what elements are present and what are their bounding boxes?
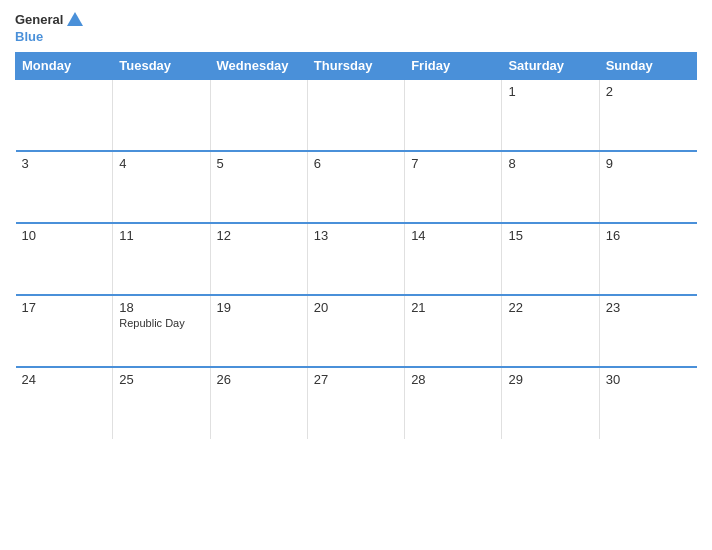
day-cell: 20: [307, 295, 404, 367]
day-cell: 26: [210, 367, 307, 439]
day-cell: 3: [16, 151, 113, 223]
day-number: 2: [606, 84, 691, 99]
calendar-wrapper: General Blue MondayTuesdayWednesdayThurs…: [0, 0, 712, 550]
day-number: 23: [606, 300, 691, 315]
day-number: 12: [217, 228, 301, 243]
day-cell: 24: [16, 367, 113, 439]
week-row-2: 3456789: [16, 151, 697, 223]
day-number: 13: [314, 228, 398, 243]
day-number: 28: [411, 372, 495, 387]
day-cell: 21: [405, 295, 502, 367]
day-cell: 15: [502, 223, 599, 295]
day-cell: 7: [405, 151, 502, 223]
day-number: 3: [22, 156, 107, 171]
day-number: 7: [411, 156, 495, 171]
day-cell: 13: [307, 223, 404, 295]
day-cell: 16: [599, 223, 696, 295]
day-number: 5: [217, 156, 301, 171]
day-number: 9: [606, 156, 691, 171]
week-row-5: 24252627282930: [16, 367, 697, 439]
day-cell: 17: [16, 295, 113, 367]
day-number: 19: [217, 300, 301, 315]
day-number: 11: [119, 228, 203, 243]
day-number: 6: [314, 156, 398, 171]
day-cell: 30: [599, 367, 696, 439]
svg-marker-0: [67, 12, 83, 26]
day-cell: [405, 79, 502, 151]
day-number: 24: [22, 372, 107, 387]
day-number: 30: [606, 372, 691, 387]
weekday-header-wednesday: Wednesday: [210, 53, 307, 80]
day-number: 1: [508, 84, 592, 99]
day-number: 21: [411, 300, 495, 315]
day-number: 26: [217, 372, 301, 387]
calendar-table: MondayTuesdayWednesdayThursdayFridaySatu…: [15, 52, 697, 439]
day-cell: 18Republic Day: [113, 295, 210, 367]
weekday-header-sunday: Sunday: [599, 53, 696, 80]
day-cell: 1: [502, 79, 599, 151]
day-number: 14: [411, 228, 495, 243]
day-cell: 22: [502, 295, 599, 367]
day-number: 22: [508, 300, 592, 315]
day-cell: 9: [599, 151, 696, 223]
day-cell: 27: [307, 367, 404, 439]
day-cell: 8: [502, 151, 599, 223]
weekday-header-saturday: Saturday: [502, 53, 599, 80]
day-cell: 5: [210, 151, 307, 223]
weekday-header-row: MondayTuesdayWednesdayThursdayFridaySatu…: [16, 53, 697, 80]
weekday-header-monday: Monday: [16, 53, 113, 80]
day-cell: 19: [210, 295, 307, 367]
week-row-3: 10111213141516: [16, 223, 697, 295]
day-number: 15: [508, 228, 592, 243]
day-cell: [113, 79, 210, 151]
day-cell: 6: [307, 151, 404, 223]
weekday-header-tuesday: Tuesday: [113, 53, 210, 80]
week-row-4: 1718Republic Day1920212223: [16, 295, 697, 367]
calendar-header: General Blue: [15, 10, 697, 44]
day-cell: [210, 79, 307, 151]
day-number: 17: [22, 300, 107, 315]
day-number: 25: [119, 372, 203, 387]
day-number: 16: [606, 228, 691, 243]
weekday-header-friday: Friday: [405, 53, 502, 80]
logo: General Blue: [15, 10, 85, 44]
day-cell: 23: [599, 295, 696, 367]
day-cell: 12: [210, 223, 307, 295]
day-number: 10: [22, 228, 107, 243]
logo-general-text: General: [15, 13, 63, 27]
day-cell: [307, 79, 404, 151]
day-cell: 25: [113, 367, 210, 439]
day-number: 27: [314, 372, 398, 387]
day-cell: 4: [113, 151, 210, 223]
logo-blue-text: Blue: [15, 30, 43, 44]
day-cell: [16, 79, 113, 151]
day-number: 8: [508, 156, 592, 171]
day-number: 4: [119, 156, 203, 171]
day-cell: 14: [405, 223, 502, 295]
day-event: Republic Day: [119, 317, 203, 329]
day-number: 29: [508, 372, 592, 387]
day-cell: 10: [16, 223, 113, 295]
day-cell: 11: [113, 223, 210, 295]
day-number: 20: [314, 300, 398, 315]
day-cell: 28: [405, 367, 502, 439]
day-cell: 29: [502, 367, 599, 439]
week-row-1: 12: [16, 79, 697, 151]
logo-icon: [65, 10, 85, 30]
day-cell: 2: [599, 79, 696, 151]
day-number: 18: [119, 300, 203, 315]
weekday-header-thursday: Thursday: [307, 53, 404, 80]
